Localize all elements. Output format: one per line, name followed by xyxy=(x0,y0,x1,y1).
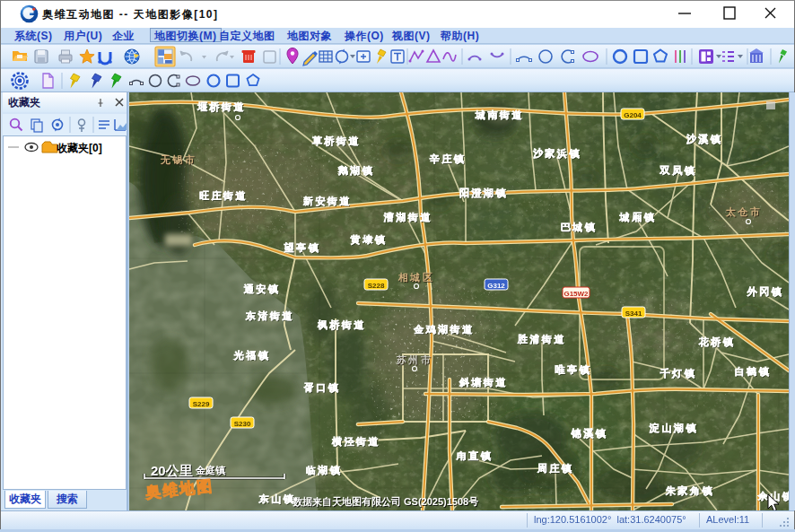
svg-text:太仓市: 太仓市 xyxy=(725,206,763,217)
svg-text:锦溪镇: 锦溪镇 xyxy=(571,428,608,439)
svg-text:东渚街道: 东渚街道 xyxy=(245,310,294,321)
svg-text:金庭镇: 金庭镇 xyxy=(195,465,226,475)
svg-text:S341: S341 xyxy=(625,310,642,318)
svg-text:阳澄湖镇: 阳澄湖镇 xyxy=(459,188,508,198)
svg-text:无锡市: 无锡市 xyxy=(160,154,197,165)
svg-text:S228: S228 xyxy=(368,282,385,290)
svg-text:甪直镇: 甪直镇 xyxy=(456,450,494,461)
svg-text:巴城镇: 巴城镇 xyxy=(561,222,598,232)
svg-text:东山镇: 东山镇 xyxy=(258,493,296,504)
svg-text:沙家浜镇: 沙家浜镇 xyxy=(533,148,581,160)
svg-text:千灯镇: 千灯镇 xyxy=(660,368,697,379)
svg-text:堰桥街道: 堰桥街道 xyxy=(197,101,246,112)
svg-text:苏州市: 苏州市 xyxy=(397,354,433,365)
svg-text:淀山湖镇: 淀山湖镇 xyxy=(649,423,698,433)
svg-text:相城区: 相城区 xyxy=(398,272,435,283)
svg-text:数据来自天地图有限公司 GS(2025)1508号: 数据来自天地图有限公司 GS(2025)1508号 xyxy=(292,496,478,507)
svg-text:S230: S230 xyxy=(234,420,251,428)
svg-text:双凤镇: 双凤镇 xyxy=(660,165,697,176)
svg-text:沙溪镇: 沙溪镇 xyxy=(686,134,723,144)
svg-text:白鹤镇: 白鹤镇 xyxy=(735,366,772,377)
svg-text:朱家角镇: 朱家角镇 xyxy=(665,485,714,496)
svg-text:鹅湖镇: 鹅湖镇 xyxy=(337,165,375,176)
svg-text:通安镇: 通安镇 xyxy=(243,283,281,294)
svg-text:横泾街道: 横泾街道 xyxy=(331,436,380,447)
svg-text:S229: S229 xyxy=(193,400,210,408)
svg-text:唯亭镇: 唯亭镇 xyxy=(555,364,592,375)
svg-text:花桥镇: 花桥镇 xyxy=(698,336,736,347)
svg-text:金鸡湖街道: 金鸡湖街道 xyxy=(413,324,475,335)
svg-text:光福镇: 光福镇 xyxy=(233,350,271,361)
svg-text:枫桥街道: 枫桥街道 xyxy=(317,319,366,330)
svg-text:草桥街道: 草桥街道 xyxy=(311,135,361,146)
svg-text:G312: G312 xyxy=(487,282,505,290)
svg-text:胥口镇: 胥口镇 xyxy=(303,382,341,393)
svg-text:临湖镇: 临湖镇 xyxy=(306,465,343,475)
svg-text:黄埭镇: 黄埭镇 xyxy=(350,234,388,246)
svg-text:辛庄镇: 辛庄镇 xyxy=(430,153,467,164)
svg-text:胜浦街道: 胜浦街道 xyxy=(517,334,566,344)
svg-text:斜塘街道: 斜塘街道 xyxy=(459,377,508,388)
svg-text:城南街道: 城南街道 xyxy=(475,109,524,120)
svg-text:城厢镇: 城厢镇 xyxy=(619,212,657,222)
svg-text:G15W2: G15W2 xyxy=(563,290,589,298)
svg-text:周庄镇: 周庄镇 xyxy=(537,463,574,474)
svg-text:G204: G204 xyxy=(624,111,642,119)
svg-text:漕湖街道: 漕湖街道 xyxy=(383,212,432,222)
svg-text:20公里: 20公里 xyxy=(151,463,193,478)
svg-text:望亭镇: 望亭镇 xyxy=(284,242,321,253)
svg-text:外冈镇: 外冈镇 xyxy=(747,286,784,297)
svg-text:新安街道: 新安街道 xyxy=(302,196,352,206)
svg-text:旺庄街道: 旺庄街道 xyxy=(199,190,248,201)
